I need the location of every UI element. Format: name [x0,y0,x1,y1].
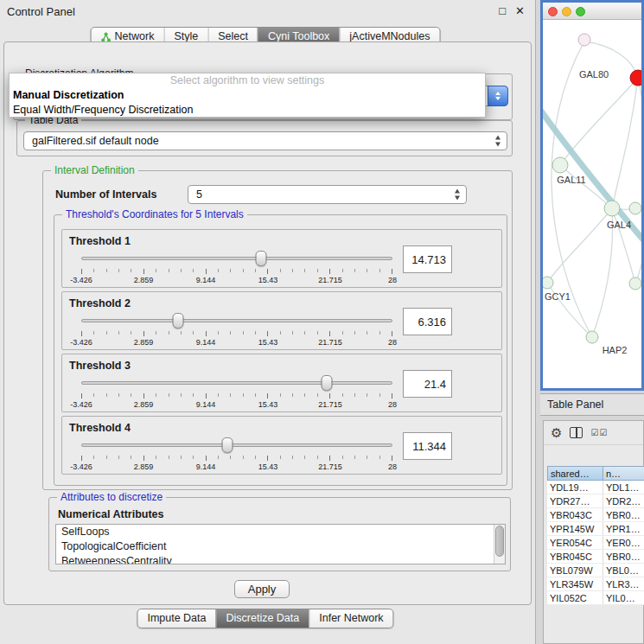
table-row[interactable]: YLR345W YLR3… [547,577,644,591]
table-row[interactable]: YDL19… YDL1… [547,481,644,494]
dropdown-option-equal-width-frequency[interactable]: Equal Width/Frequency Discretization [10,103,485,118]
cell-name[interactable]: YBR0… [603,550,644,563]
number-of-intervals-combobox[interactable]: 5 [188,185,467,204]
scale-tick-label: 9.144 [196,338,216,347]
cell-name[interactable]: YER0… [603,536,644,549]
stepper-icon[interactable] [453,189,462,201]
network-node[interactable] [629,277,641,290]
slider-handle[interactable] [172,313,183,328]
table-row[interactable]: YIL052C YIL0… [547,591,644,605]
scale-tick-label: -3.426 [70,276,92,284]
slider-handle[interactable] [322,375,333,391]
column-header-shared-name[interactable]: shared… [547,466,603,481]
float-window-icon[interactable]: □ [499,4,506,17]
network-node-label: GAL11 [557,175,585,185]
tab-impute-data[interactable]: Impute Data [137,609,215,628]
threshold-3-value-field[interactable]: 21.4 [403,370,452,398]
table-data-group: Table Data galFiltered.sif default node [16,120,513,156]
cell-name[interactable]: YDR2… [603,494,644,507]
cell-name[interactable]: YBL0… [603,564,644,577]
scale-tick-label: 21.715 [318,338,342,347]
table-row[interactable]: YBR043C YBR0… [547,508,644,522]
cell-shared-name[interactable]: YBL079W [547,564,603,577]
cell-name[interactable]: YIL0… [603,591,644,604]
cell-shared-name[interactable]: YDL19… [547,481,603,494]
threshold-4-value-field[interactable]: 11.344 [403,432,452,460]
slider-track[interactable] [81,443,392,447]
close-traffic-light[interactable] [548,7,558,16]
threshold-2-label: Threshold 2 [69,297,131,309]
close-icon[interactable]: ✕ [515,4,525,17]
threshold-1-slider[interactable]: -3.426 2.859 9.144 15.43 21.715 28 [81,251,392,287]
cell-shared-name[interactable]: YER054C [547,536,603,549]
stepper-icon[interactable] [494,136,502,147]
table-row[interactable]: YER054C YER0… [547,536,644,550]
table-row[interactable]: YPR145W YPR1… [547,522,644,536]
tab-discretize-data[interactable]: Discretize Data [216,609,309,628]
attributes-to-discretize-group: Attributes to discretize Numerical Attri… [48,497,511,571]
cell-shared-name[interactable]: YIL052C [547,591,603,604]
network-node[interactable] [629,202,641,214]
network-node[interactable] [543,277,553,289]
tab-infer-network[interactable]: Infer Network [309,609,392,628]
apply-button[interactable]: Apply [234,580,290,598]
network-node[interactable] [604,201,620,216]
cell-shared-name[interactable]: YDR27… [547,494,603,507]
network-node-label: GCY1 [545,291,571,302]
column-header-name[interactable]: n… [603,466,644,481]
numerical-attributes-list[interactable]: SelfLoops TopologicalCoefficient Between… [55,524,506,564]
number-of-intervals-label: Number of Intervals [55,188,156,201]
threshold-2-value-field[interactable]: 6.316 [403,308,452,335]
list-item[interactable]: BetweennessCentrality [56,554,505,564]
gear-icon[interactable]: ⚙ [551,426,562,439]
list-item[interactable]: TopologicalCoefficient [56,539,505,554]
select-columns-icon[interactable]: ☑☑ [590,428,608,437]
threshold-2-slider[interactable]: -3.426 2.859 9.144 15.43 21.715 28 [81,313,392,349]
minimize-traffic-light[interactable] [562,7,571,16]
cell-shared-name[interactable]: YLR345W [547,577,603,590]
table-row[interactable]: YBL079W YBL0… [547,564,644,577]
slider-handle[interactable] [255,251,266,266]
cell-name[interactable]: YDL1… [603,481,644,494]
network-node[interactable] [578,34,590,46]
threshold-2-box: Threshold 2 -3.426 2.859 9.144 15.43 21.… [61,291,502,350]
scale-tick-label: 9.144 [196,276,216,284]
scale-tick-label: 2.859 [134,276,154,284]
thresholds-coordinates-group-title: Threshold's Coordinates for 5 Intervals [62,208,247,220]
dropdown-option-manual-discretization[interactable]: Manual Discretization [10,88,485,103]
zoom-traffic-light[interactable] [576,7,585,16]
slider-scale: -3.426 2.859 9.144 15.43 21.715 28 [81,462,392,472]
cyni-toolbox-panel: Discretization Algorithm Table Data galF… [3,41,532,605]
slider-track[interactable] [81,381,392,385]
list-scrollbar[interactable] [494,525,505,564]
table-row[interactable]: YBR045C YBR0… [547,550,644,564]
slider-track[interactable] [81,257,392,260]
threshold-4-slider[interactable]: -3.426 2.859 9.144 15.43 21.715 28 [81,437,392,474]
network-node[interactable] [586,331,598,343]
selected-network-node[interactable] [630,70,641,86]
list-item[interactable]: SelfLoops [56,525,505,539]
table-data-combobox[interactable]: galFiltered.sif default node [23,131,507,150]
network-node[interactable] [552,157,568,173]
cell-name[interactable]: YPR1… [603,522,644,535]
threshold-1-value-field[interactable]: 14.713 [403,245,452,273]
slider-track[interactable] [81,319,392,322]
network-canvas[interactable]: GAL80 GAL11 GAL4 GCY1 HAP2 [543,21,641,388]
cell-name[interactable]: YLR3… [603,577,644,590]
up-arrow-icon [495,92,501,95]
cell-shared-name[interactable]: YBR045C [547,550,603,563]
number-of-intervals-value: 5 [196,188,202,201]
table-row[interactable]: YDR27… YDR2… [547,494,644,508]
combobox-arrows-icon[interactable] [488,86,508,106]
scale-tick-label: -3.426 [70,338,92,347]
cell-name[interactable]: YBR0… [603,508,644,521]
threshold-3-slider[interactable]: -3.426 2.859 9.144 15.43 21.715 28 [81,375,392,411]
cell-shared-name[interactable]: YPR145W [547,522,603,535]
cell-shared-name[interactable]: YBR043C [547,508,603,521]
down-arrow-icon [495,97,501,100]
slider-handle[interactable] [222,437,233,453]
network-view-window[interactable]: GAL80 GAL11 GAL4 GCY1 HAP2 [540,0,644,391]
scrollbar-thumb[interactable] [495,526,504,557]
columns-icon[interactable] [570,427,583,438]
down-arrow-icon [495,143,501,147]
